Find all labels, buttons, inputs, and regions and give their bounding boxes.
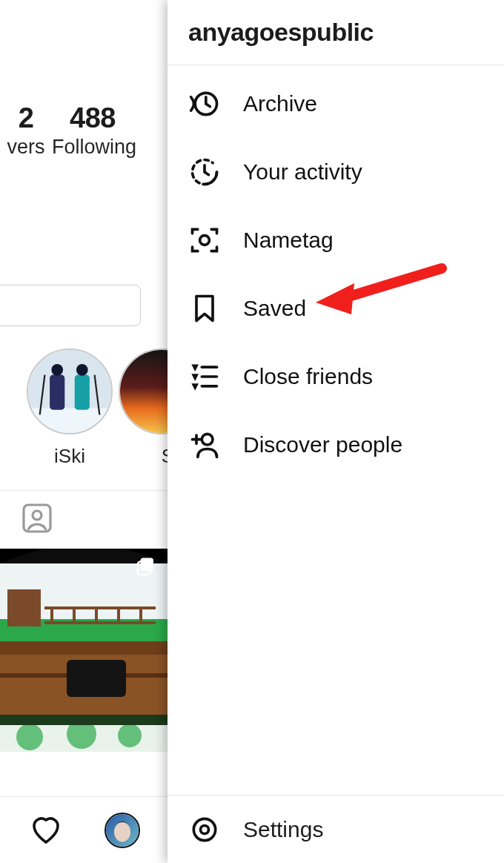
svg-point-43 [202, 434, 213, 445]
menu-item-label: Discover people [243, 432, 402, 457]
menu-item-label: Settings [243, 817, 323, 842]
tagged-photos-icon[interactable] [19, 500, 55, 539]
svg-point-4 [51, 364, 63, 376]
menu-item-activity[interactable]: Your activity [168, 138, 504, 206]
stat-value: 2 [0, 102, 52, 134]
svg-rect-23 [0, 641, 168, 655]
svg-rect-25 [67, 660, 126, 697]
menu-item-archive[interactable]: Archive [168, 70, 504, 138]
stat-label: Following [52, 136, 133, 159]
svg-rect-14 [7, 589, 41, 626]
bottom-nav [0, 796, 168, 863]
menu-item-settings[interactable]: Settings [168, 795, 504, 863]
saved-icon [188, 292, 221, 325]
svg-rect-2 [50, 375, 64, 410]
svg-point-31 [118, 724, 142, 747]
drawer-header: anyagoespublic [168, 0, 504, 65]
svg-point-34 [114, 822, 130, 841]
close-friends-icon [188, 360, 221, 393]
menu-item-label: Nametag [243, 228, 334, 253]
activity-heart-icon[interactable] [28, 811, 64, 850]
settings-icon [188, 813, 221, 846]
svg-point-29 [16, 724, 43, 750]
feed-photo[interactable] [0, 715, 168, 752]
stat-value: 488 [52, 102, 133, 134]
svg-rect-3 [75, 375, 90, 410]
menu-item-nametag[interactable]: Nametag [168, 206, 504, 274]
highlight-label: iSki [54, 445, 85, 468]
highlight-item[interactable]: iSki [22, 348, 117, 468]
menu-item-label: Your activity [243, 159, 362, 185]
activity-icon [188, 156, 221, 188]
profile-avatar[interactable] [105, 813, 140, 848]
svg-marker-38 [193, 375, 196, 378]
menu-item-label: Archive [243, 91, 317, 116]
highlight-thumbnail [27, 348, 113, 434]
svg-marker-37 [193, 366, 196, 368]
feed-photo[interactable] [0, 549, 168, 715]
edit-profile-button[interactable] [0, 285, 141, 326]
menu-item-close-friends[interactable]: Close friends [168, 343, 504, 411]
svg-rect-32 [0, 715, 168, 725]
stat-following[interactable]: 488 Following [52, 102, 133, 159]
nametag-icon [188, 224, 221, 257]
svg-rect-9 [24, 505, 50, 532]
menu-item-label: Saved [243, 296, 306, 321]
carousel-icon [135, 556, 157, 578]
menu-item-saved[interactable]: Saved [168, 274, 504, 343]
svg-marker-39 [193, 385, 196, 388]
svg-point-47 [201, 825, 209, 833]
svg-point-5 [76, 364, 88, 376]
archive-icon [188, 87, 221, 120]
stat-followers[interactable]: 2 vers [0, 102, 52, 159]
menu-item-discover-people[interactable]: Discover people [168, 411, 504, 479]
menu-item-label: Close friends [243, 364, 373, 389]
svg-point-10 [33, 511, 42, 520]
drawer-menu: Archive Your activity Nametag [168, 65, 504, 795]
side-drawer: anyagoespublic Archive [168, 0, 504, 863]
svg-point-36 [200, 236, 210, 245]
discover-people-icon [188, 429, 221, 461]
stat-label: vers [0, 136, 52, 159]
drawer-username: anyagoespublic [188, 18, 374, 47]
